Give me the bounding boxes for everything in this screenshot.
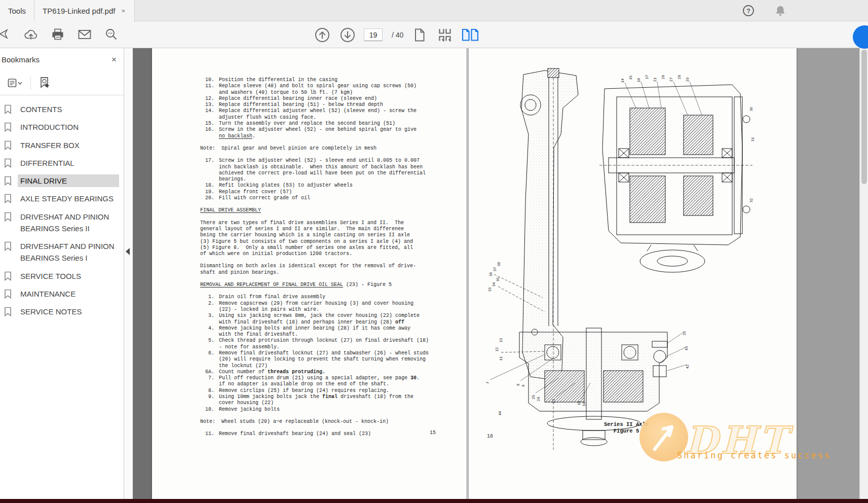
tab-tools[interactable]: Tools	[0, 0, 34, 21]
bookmark-icon	[4, 104, 12, 114]
part-label: 43	[685, 346, 689, 350]
page-number-input[interactable]	[364, 28, 383, 41]
share-upload-button[interactable]	[22, 25, 40, 44]
bookmarks-close-icon[interactable]: ×	[111, 55, 117, 64]
scrollbar-thumb[interactable]	[861, 50, 867, 184]
list-item: 12.Replace differential bearing inner ra…	[200, 96, 438, 102]
part-label: 44	[498, 411, 502, 415]
part-label: 7	[486, 382, 490, 384]
bookmark-item-label: DRIVESHAT AND PINION BEARINGS Series II	[18, 210, 119, 235]
part-label: 26	[661, 75, 665, 79]
single-page-view-button[interactable]	[410, 26, 429, 44]
bookmarks-panel: Bookmarks ×	[0, 48, 124, 503]
part-label: 29	[686, 78, 690, 82]
list-item: 7.Pull off reduction drum (21) using a s…	[200, 375, 438, 388]
find-current-bookmark-button[interactable]	[36, 74, 54, 92]
printer-icon	[51, 28, 65, 41]
bookmark-icon	[4, 158, 12, 168]
list-item: 10.Position the differential in the casi…	[200, 77, 438, 83]
arrow-down-circle-icon	[339, 27, 356, 43]
page-number-left: 15	[430, 430, 436, 436]
list-item: 16.Screw in the adjuster wheel (52) - on…	[200, 127, 438, 139]
bookmark-item-label: SERVICE TOOLS	[18, 270, 119, 282]
question-icon: ?	[742, 5, 754, 17]
para-block: Dismantling on both axles is identical e…	[200, 263, 438, 276]
list-item: 8.Remove circlips (25) if bearing (24) r…	[200, 388, 438, 394]
part-label: 31	[751, 137, 755, 141]
page-text: 10.Position the differential in the casi…	[200, 77, 438, 438]
list-item: 13.Replace differential bearing (51) - b…	[200, 102, 438, 108]
part-label: 23	[552, 399, 556, 403]
part-label: 35	[496, 277, 500, 281]
email-button[interactable]	[76, 25, 94, 44]
arrow-up-circle-icon	[314, 27, 330, 43]
tab-document[interactable]: TP619-Linked pdf.pdf ×	[34, 0, 135, 22]
list-item: 5.Check thread protrusion through locknu…	[200, 338, 438, 350]
search-button[interactable]	[102, 25, 121, 44]
next-page-button[interactable]	[338, 26, 357, 44]
part-label: 42	[686, 365, 690, 369]
bookmark-item[interactable]: MAINTENANCE	[0, 285, 124, 303]
list-item: 1.Drain oil from final drive assembly	[200, 294, 438, 300]
bookmark-item-label: MAINTENANCE	[18, 288, 119, 300]
page-left: 10.Position the differential in the casi…	[152, 48, 466, 499]
bookmark-item[interactable]: SERVICE TOOLS	[0, 267, 124, 285]
part-label: 36	[489, 272, 493, 276]
collapse-panel-arrow[interactable]	[126, 248, 130, 255]
two-page-view-button[interactable]	[461, 26, 479, 44]
previous-page-button[interactable]	[313, 26, 331, 44]
two-page-spread-icon	[461, 28, 479, 42]
list-item: 20.Fill with correct grade of oil	[200, 195, 438, 201]
bookmark-item[interactable]: DIFFERENTIAL	[0, 154, 124, 172]
bookmark-item[interactable]: AXLE STEADY BEARINGS	[0, 190, 124, 207]
panel-gutter	[124, 48, 133, 503]
part-label: 30	[749, 107, 753, 111]
list-item: 11.Replace sleeve (48) and bolt to spira…	[200, 83, 438, 96]
note-block: Note: Wheel studs (20) a~e replaceable (…	[200, 419, 438, 425]
notifications-button[interactable]	[771, 2, 789, 20]
part-label: 12	[495, 347, 499, 351]
part-label: 24	[537, 397, 541, 401]
bookmark-icon	[4, 140, 12, 150]
bookmark-item-label: FINAL DRIVE	[18, 174, 119, 187]
list-item: 10.Remove jacking bolts	[200, 407, 438, 413]
tab-bar: Tools TP619-Linked pdf.pdf × ?	[0, 0, 868, 21]
bookmark-item[interactable]: CONTENTS	[0, 100, 124, 118]
scrolling-view-button[interactable]	[436, 26, 454, 44]
single-page-icon	[413, 28, 426, 42]
tab-document-title: TP619-Linked pdf.pdf	[43, 7, 115, 15]
bookmark-item[interactable]: INTRODUCTION	[0, 118, 124, 136]
bookmark-icon	[4, 176, 12, 186]
list-item: 3.Using six jacking screws 8mm, jack the…	[200, 313, 438, 326]
envelope-icon	[78, 29, 92, 40]
bookmark-item-label: CONTENTS	[18, 103, 119, 116]
bookmark-item-label: DRIVESHAFT AND PINION BEARINGS Series I	[18, 240, 119, 265]
bookmark-item-label: AXLE STEADY BEARINGS	[18, 192, 119, 205]
options-menu-icon	[8, 78, 23, 88]
document-view[interactable]: 10.Position the differential in the casi…	[133, 48, 859, 503]
bookmark-star-button[interactable]	[0, 25, 13, 44]
list-item: 19.Replace front cover (57)	[200, 189, 438, 195]
help-button[interactable]: ?	[739, 2, 758, 20]
tab-tools-label: Tools	[8, 7, 26, 15]
part-label: 8	[516, 384, 520, 386]
watermark-tagline: Sharing creates success	[677, 450, 831, 460]
bookmark-item[interactable]: DRIVESHAT AND PINION BEARINGS Series II	[0, 208, 124, 238]
bookmark-icon	[4, 289, 12, 299]
bookmark-item[interactable]: FINAL DRIVE	[0, 172, 124, 190]
list-item: 6.Remove final driveshaft locknut (27) a…	[200, 350, 438, 369]
bookmark-item[interactable]: TRANSFER BOX	[0, 136, 124, 154]
tab-close-icon[interactable]: ×	[120, 7, 126, 15]
list-item: 15.Turn the assembly over and replace th…	[200, 121, 438, 127]
part-label: 13	[499, 338, 503, 342]
bookmark-icon	[4, 122, 12, 132]
vertical-scrollbar[interactable]	[859, 48, 868, 503]
bookmarks-panel-title: Bookmarks	[2, 55, 40, 64]
bookmark-item[interactable]: SERVICE NOTES	[0, 303, 124, 320]
list-item: 11.Remove final driveshaft bearing (24) …	[200, 431, 438, 437]
bookmarks-options-button[interactable]	[5, 74, 25, 92]
divider	[30, 77, 31, 90]
bookmark-icon	[4, 307, 12, 316]
bookmark-item[interactable]: DRIVESHAFT AND PINION BEARINGS Series I	[0, 237, 124, 267]
print-button[interactable]	[49, 25, 67, 44]
